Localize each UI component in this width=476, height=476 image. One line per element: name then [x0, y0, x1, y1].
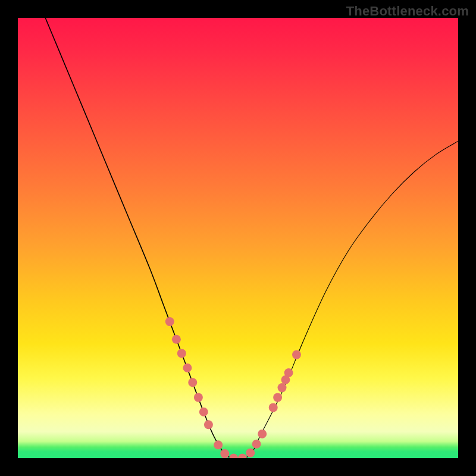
data-point-marker — [269, 403, 278, 412]
data-point-marker — [194, 393, 203, 402]
watermark-text: TheBottleneck.com — [346, 4, 469, 19]
data-point-marker — [220, 449, 229, 458]
data-point-marker — [246, 449, 255, 458]
data-point-marker — [204, 420, 213, 429]
data-point-marker — [165, 317, 174, 326]
curve-left-branch — [18, 18, 242, 458]
data-point-marker — [229, 454, 238, 459]
data-point-marker — [177, 349, 186, 358]
data-point-marker — [238, 454, 247, 459]
data-point-marker — [273, 393, 282, 402]
curve-right-branch — [234, 141, 458, 458]
curve-markers — [165, 317, 301, 458]
data-point-marker — [284, 368, 293, 377]
data-point-marker — [214, 440, 223, 449]
data-point-marker — [188, 378, 197, 387]
data-point-marker — [199, 408, 208, 416]
curve-svg — [18, 18, 458, 458]
data-point-marker — [252, 440, 261, 449]
data-point-marker — [292, 350, 301, 359]
data-point-marker — [278, 383, 287, 392]
data-point-marker — [183, 364, 192, 372]
chart-frame: TheBottleneck.com — [0, 0, 476, 476]
plot-area — [18, 18, 458, 458]
data-point-marker — [258, 430, 267, 439]
data-point-marker — [172, 335, 181, 344]
